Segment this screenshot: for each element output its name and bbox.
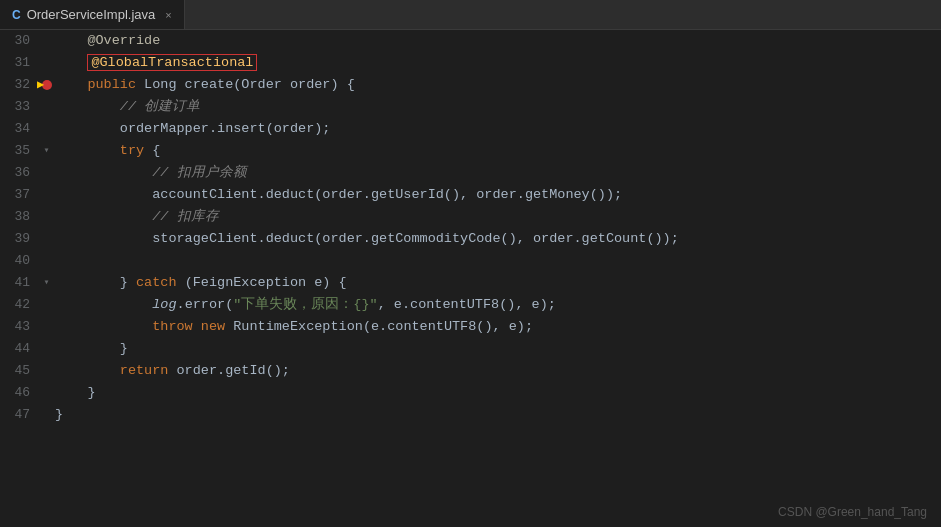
code-token	[55, 77, 87, 92]
code-line: public Long create(Order order) {	[55, 74, 355, 96]
tab-bar: C OrderServiceImpl.java ×	[0, 0, 941, 30]
code-line-row: 34 orderMapper.insert(order);	[0, 118, 941, 140]
code-line: }	[55, 382, 96, 404]
line-number: 47	[0, 404, 38, 426]
code-line-row: 40	[0, 250, 941, 272]
code-token	[55, 55, 87, 70]
code-line: return order.getId();	[55, 360, 290, 382]
code-line-row: 42 log.error("下单失败，原因：{}", e.contentUTF8…	[0, 294, 941, 316]
code-area: 30 @Override31 @GlobalTransactional32▶ p…	[0, 30, 941, 527]
code-line-row: 31 @GlobalTransactional	[0, 52, 941, 74]
code-line-row: 45 return order.getId();	[0, 360, 941, 382]
code-token: .error(	[177, 297, 234, 312]
code-line-row: 43 throw new RuntimeException(e.contentU…	[0, 316, 941, 338]
code-line: // 扣库存	[55, 206, 219, 228]
gutter-icons	[38, 96, 55, 118]
tab-close-button[interactable]: ×	[165, 9, 171, 21]
watermark-text: CSDN @Green_hand_Tang	[778, 505, 927, 519]
gutter-icons	[38, 382, 55, 404]
code-token: throw	[152, 319, 193, 334]
code-token: public	[87, 77, 136, 92]
editor-body: 30 @Override31 @GlobalTransactional32▶ p…	[0, 30, 941, 527]
code-line-row: 36 // 扣用户余额	[0, 162, 941, 184]
line-number: 32	[0, 74, 38, 96]
gutter-icons: ▾	[38, 140, 55, 162]
code-token: // 扣库存	[55, 209, 219, 224]
code-line-row: 32▶ public Long create(Order order) {	[0, 74, 941, 96]
line-number: 40	[0, 250, 38, 272]
code-line-row: 46 }	[0, 382, 941, 404]
code-token: new	[201, 319, 225, 334]
code-token: // 创建订单	[55, 99, 200, 114]
code-token: "下单失败，原因：{}"	[233, 297, 377, 312]
line-number: 38	[0, 206, 38, 228]
code-line: try {	[55, 140, 160, 162]
line-number: 31	[0, 52, 38, 74]
gutter-icons	[38, 184, 55, 206]
code-line	[55, 250, 63, 272]
fold-button[interactable]: ▾	[43, 272, 49, 294]
line-number: 37	[0, 184, 38, 206]
line-number: 33	[0, 96, 38, 118]
code-line-row: 44 }	[0, 338, 941, 360]
code-line: storageClient.deduct(order.getCommodityC…	[55, 228, 679, 250]
code-line-row: 33 // 创建订单	[0, 96, 941, 118]
code-token: order.getId();	[168, 363, 290, 378]
code-token: RuntimeException(e.contentUTF8(), e);	[225, 319, 533, 334]
code-line: }	[55, 338, 128, 360]
gutter-icons	[38, 404, 55, 426]
code-line-row: 41▾ } catch (FeignException e) {	[0, 272, 941, 294]
code-line-row: 39 storageClient.deduct(order.getCommodi…	[0, 228, 941, 250]
code-line: }	[55, 404, 63, 426]
global-transactional-annotation: @GlobalTransactional	[87, 54, 257, 71]
gutter-icons	[38, 250, 55, 272]
line-number: 44	[0, 338, 38, 360]
code-line: @GlobalTransactional	[55, 52, 257, 74]
code-line-row: 35▾ try {	[0, 140, 941, 162]
code-token: catch	[136, 275, 177, 290]
line-number: 34	[0, 118, 38, 140]
gutter-icons	[38, 228, 55, 250]
code-token: try	[120, 143, 144, 158]
line-number: 43	[0, 316, 38, 338]
code-token: {	[144, 143, 160, 158]
code-token	[193, 319, 201, 334]
code-line-row: 38 // 扣库存	[0, 206, 941, 228]
line-number: 35	[0, 140, 38, 162]
code-token: accountClient.deduct(order.getUserId(), …	[55, 187, 622, 202]
line-number: 39	[0, 228, 38, 250]
code-token: @Override	[55, 33, 160, 48]
code-token: }	[55, 275, 136, 290]
code-token: // 扣用户余额	[55, 165, 247, 180]
line-number: 30	[0, 30, 38, 52]
line-number: 41	[0, 272, 38, 294]
gutter-icons	[38, 162, 55, 184]
code-token: }	[55, 385, 96, 400]
code-token: Long create(Order order) {	[136, 77, 355, 92]
line-number: 45	[0, 360, 38, 382]
code-token: return	[120, 363, 169, 378]
gutter-icons: ▶	[38, 74, 55, 96]
editor-window: C OrderServiceImpl.java × 30 @Override31…	[0, 0, 941, 527]
code-token	[55, 143, 120, 158]
gutter-icons	[38, 294, 55, 316]
gutter-icons	[38, 360, 55, 382]
code-line: // 扣用户余额	[55, 162, 247, 184]
code-line: orderMapper.insert(order);	[55, 118, 330, 140]
line-number: 42	[0, 294, 38, 316]
gutter-icons	[38, 316, 55, 338]
code-token: orderMapper.insert(order);	[55, 121, 330, 136]
code-line: } catch (FeignException e) {	[55, 272, 347, 294]
file-tab[interactable]: C OrderServiceImpl.java ×	[0, 0, 185, 29]
code-line: accountClient.deduct(order.getUserId(), …	[55, 184, 622, 206]
fold-button[interactable]: ▾	[43, 140, 49, 162]
line-number: 36	[0, 162, 38, 184]
gutter-icons	[38, 338, 55, 360]
file-type-icon: C	[12, 8, 21, 22]
code-line: throw new RuntimeException(e.contentUTF8…	[55, 316, 533, 338]
code-line-row: 30 @Override	[0, 30, 941, 52]
code-line: // 创建订单	[55, 96, 200, 118]
line-number: 46	[0, 382, 38, 404]
code-token	[55, 363, 120, 378]
code-token	[55, 319, 152, 334]
